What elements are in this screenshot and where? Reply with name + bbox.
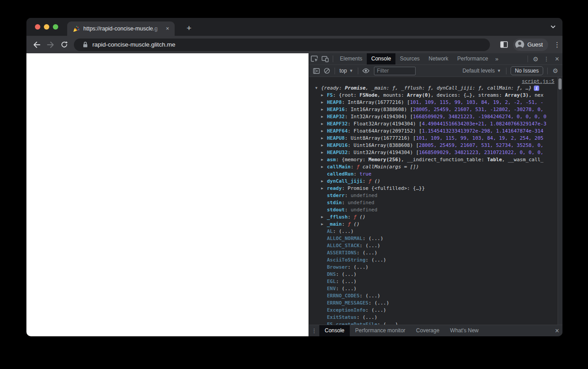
arrow-spacer	[321, 285, 327, 292]
lock-icon[interactable]	[83, 42, 88, 47]
console-token: ALLOC_NORMAL	[327, 235, 362, 242]
expand-arrow-icon[interactable]: ▶	[321, 120, 327, 128]
expand-arrow-icon[interactable]: ▶	[321, 135, 327, 142]
arrow-spacer	[321, 257, 327, 264]
console-sidebar-toggle-icon[interactable]	[311, 65, 322, 76]
profile-button[interactable]: Guest	[513, 39, 549, 51]
console-property-row: stdout: undefined	[309, 206, 562, 214]
tab-search-chevron-icon[interactable]	[550, 24, 556, 30]
console-token: : (...)	[369, 300, 389, 307]
console-property-row: ▼{ready: Promise, _main: ƒ, _fflush: ƒ, …	[309, 85, 562, 92]
arrow-spacer	[321, 300, 327, 307]
devtools-menu-icon[interactable]: ⋮	[541, 54, 552, 64]
console-scrollbar[interactable]	[558, 77, 562, 325]
drawer-menu-icon[interactable]: ⋮	[309, 327, 319, 334]
object-state-info-icon[interactable]: i	[534, 86, 539, 91]
console-token: stderr	[327, 192, 345, 199]
filter-text-field[interactable]	[374, 68, 415, 74]
expand-arrow-icon[interactable]: ▶	[321, 221, 327, 228]
console-property-row: ALLOC_NORMAL: (...)	[309, 235, 562, 242]
devtools-settings-gear-icon[interactable]: ⚙	[530, 54, 541, 64]
devtools-tab-performance[interactable]: Performance	[453, 53, 493, 64]
devtools-tab-bar: ElementsConsoleSourcesNetworkPerformance…	[309, 53, 562, 65]
devtools-close-icon[interactable]: ×	[552, 54, 562, 64]
more-tabs-button[interactable]: »	[493, 56, 501, 62]
console-token: : (...)	[356, 249, 377, 257]
live-expression-eye-icon[interactable]	[361, 65, 371, 76]
console-token: asm	[327, 156, 336, 163]
devtools-tab-console[interactable]: Console	[367, 53, 395, 64]
page-viewport[interactable]	[26, 53, 309, 336]
device-toolbar-icon[interactable]	[320, 54, 330, 64]
console-token: :	[351, 163, 356, 171]
console-token: : (...)	[360, 292, 380, 300]
console-token: :	[345, 206, 351, 214]
console-filter-input[interactable]	[374, 67, 416, 75]
expand-arrow-icon[interactable]: ▼	[315, 85, 321, 92]
forward-button[interactable]	[44, 39, 57, 51]
console-token: , _main: ƒ, _fflush: ƒ, dynCall_jiji: ƒ,…	[365, 85, 532, 92]
arrow-spacer	[321, 264, 327, 271]
expand-arrow-icon[interactable]: ▶	[321, 142, 327, 149]
console-token: Browser	[327, 264, 348, 271]
chevron-down-icon: ▼	[349, 69, 353, 73]
drawer-close-icon[interactable]: ×	[552, 326, 562, 336]
console-property-row: ALLOC_STACK: (...)	[309, 242, 562, 249]
console-token: 4.490441516634203e+21, 1.08240766329147e…	[422, 120, 546, 128]
back-button[interactable]	[30, 39, 43, 51]
drawer-tab-coverage[interactable]: Coverage	[411, 325, 445, 336]
console-token: , mounts:	[378, 92, 407, 99]
issues-counter-button[interactable]: No Issues	[511, 66, 543, 75]
expand-arrow-icon[interactable]: ▶	[321, 149, 327, 156]
console-settings-gear-icon[interactable]: ⚙	[550, 65, 561, 76]
new-tab-button[interactable]: +	[184, 23, 194, 34]
scrollbar-thumb[interactable]	[558, 78, 562, 90]
expand-arrow-icon[interactable]: ▶	[321, 156, 327, 163]
reload-button[interactable]	[58, 39, 71, 51]
devtools-drawer: ⋮ ConsolePerformance monitorCoverageWhat…	[309, 325, 562, 336]
console-token: DNS	[327, 271, 336, 278]
expand-arrow-icon[interactable]: ▶	[321, 185, 327, 192]
side-panel-icon[interactable]	[498, 39, 511, 51]
expand-arrow-icon[interactable]: ▶	[321, 106, 327, 113]
drawer-tab-console[interactable]: Console	[319, 325, 350, 336]
expand-arrow-icon[interactable]: ▶	[321, 214, 327, 221]
expand-arrow-icon[interactable]: ▶	[321, 92, 327, 99]
source-link[interactable]: script.js:5	[522, 78, 554, 84]
drawer-tab-what-s-new[interactable]: What's New	[445, 325, 484, 336]
close-window-button[interactable]	[35, 24, 40, 30]
expand-arrow-icon[interactable]: ▶	[321, 99, 327, 106]
console-token: HEAPF32	[327, 120, 348, 128]
console-token: , devices: {…}, streams:	[431, 92, 505, 99]
devtools-tab-elements[interactable]: Elements	[335, 53, 367, 64]
log-levels-selector[interactable]: Default levels▼	[460, 68, 504, 74]
tab-close-icon[interactable]: ×	[164, 25, 171, 32]
console-token: : (...)	[336, 285, 356, 292]
address-bar[interactable]: rapid-concise-muscle.glitch.me	[74, 39, 489, 51]
drawer-tab-performance-monitor[interactable]: Performance monitor	[350, 325, 411, 336]
minimize-window-button[interactable]	[44, 24, 49, 30]
browser-tab[interactable]: https://rapid-concise-muscle.g ×	[67, 21, 175, 36]
console-property-row: ASSERTIONS: (...)	[309, 249, 562, 257]
console-token: ALLOC_STACK	[327, 242, 360, 249]
console-property-row: ENV: (...)	[309, 285, 562, 292]
devtools-tab-sources[interactable]: Sources	[395, 53, 424, 64]
devtools-panel: ElementsConsoleSourcesNetworkPerformance…	[309, 53, 562, 336]
console-property-row: ▶HEAPF32: Float32Array(4194304) [4.49044…	[309, 120, 562, 128]
browser-menu-icon[interactable]: ⋮	[552, 41, 562, 49]
fullscreen-window-button[interactable]	[53, 24, 58, 30]
arrow-spacer	[321, 192, 327, 199]
clear-console-icon[interactable]	[322, 65, 332, 76]
context-selector[interactable]: top▼	[337, 68, 356, 74]
expand-arrow-icon[interactable]: ▶	[321, 163, 327, 171]
expand-arrow-icon[interactable]: ▶	[321, 128, 327, 135]
console-token: :	[348, 214, 353, 221]
expand-arrow-icon[interactable]: ▶	[321, 113, 327, 120]
devtools-tab-network[interactable]: Network	[424, 53, 453, 64]
console-output[interactable]: script.js:5 ▼{ready: Promise, _main: ƒ, …	[309, 77, 562, 325]
inspect-element-icon[interactable]	[309, 54, 320, 64]
expand-arrow-icon[interactable]: ▶	[321, 178, 327, 185]
console-property-row: ▶HEAPU8: Uint8Array(16777216) [101, 109,…	[309, 135, 562, 142]
console-token: callMain(args = [])	[360, 163, 419, 171]
console-token: true	[360, 171, 372, 178]
